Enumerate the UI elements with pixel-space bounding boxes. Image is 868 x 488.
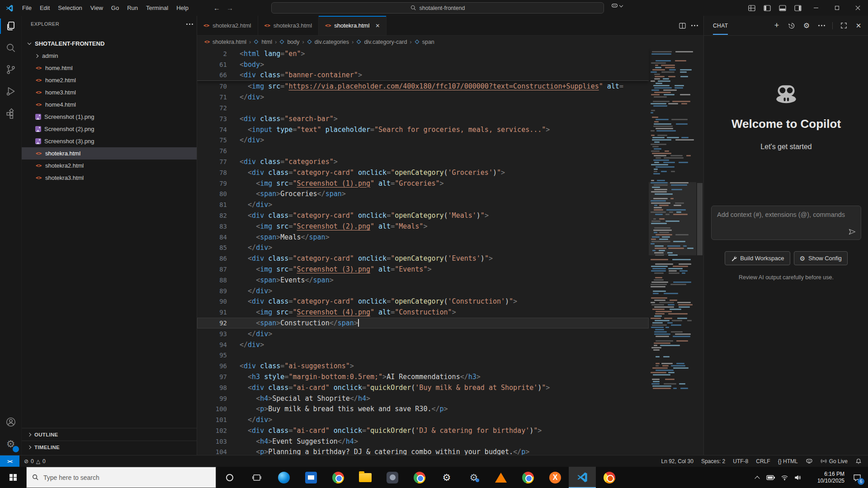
minimize-button[interactable] xyxy=(806,0,826,16)
grey-app-icon[interactable] xyxy=(379,467,406,488)
edge-icon[interactable] xyxy=(270,467,297,488)
code-line[interactable]: 70 <img src="https://via.placeholder.com… xyxy=(197,81,649,92)
file-tree-row[interactable]: <> home2.html xyxy=(22,74,197,86)
file-tree-row[interactable]: <> home4.html xyxy=(22,99,197,111)
volume-icon[interactable] xyxy=(791,467,805,488)
code-line[interactable]: 94 </div> xyxy=(197,339,649,350)
menu-selection[interactable]: Selection xyxy=(54,0,86,16)
sticky-line[interactable]: 61 <body> xyxy=(197,59,649,70)
extensions-activity-icon[interactable] xyxy=(0,103,22,123)
action-center-icon[interactable]: 6 xyxy=(846,467,868,488)
copilot-status-icon[interactable] xyxy=(806,459,813,464)
timeline-section[interactable]: TIMELINE xyxy=(22,441,197,453)
maximize-panel-icon[interactable] xyxy=(840,22,848,30)
browser-app-icon[interactable] xyxy=(596,467,623,488)
code-line[interactable]: 78 <div class="category-card" onclick="o… xyxy=(197,167,649,178)
root-folder-row[interactable]: SHOTALENT-FRONTEND xyxy=(22,38,197,50)
explorer-more-actions-icon[interactable] xyxy=(189,23,190,25)
code-line[interactable]: 87 <img src="Screenshot (3).png" alt="Ev… xyxy=(197,264,649,275)
code-line[interactable]: 100 <p>Buy milk & bread this week and sa… xyxy=(197,404,649,414)
taskbar-search[interactable] xyxy=(26,467,216,488)
menu-help[interactable]: Help xyxy=(172,0,193,16)
toggle-sidebar-icon[interactable] xyxy=(760,0,775,16)
close-panel-icon[interactable]: ✕ xyxy=(854,22,863,30)
toggle-panel-icon[interactable] xyxy=(775,0,790,16)
code-line[interactable]: 90 <div class="category-card" onclick="o… xyxy=(197,296,649,307)
code-line[interactable]: 75 </div> xyxy=(197,135,649,145)
file-tree-row[interactable]: <> shotekra.html xyxy=(22,147,197,160)
notifications-bell-icon[interactable] xyxy=(855,458,862,465)
menu-file[interactable]: File xyxy=(18,0,36,16)
file-tree-row[interactable]: <> shotekra3.html xyxy=(22,172,197,184)
eol-sequence[interactable]: CRLF xyxy=(756,458,770,465)
cursor-position[interactable]: Ln 92, Col 30 xyxy=(661,458,693,465)
chat-history-icon[interactable] xyxy=(788,22,796,30)
xampp-icon[interactable]: X xyxy=(542,467,569,488)
customize-layout-icon[interactable] xyxy=(744,0,760,16)
code-line[interactable]: 74 <input type="text" placeholder="Searc… xyxy=(197,124,649,135)
search-activity-icon[interactable] xyxy=(0,38,22,58)
code-line[interactable]: 99 <h4>Special at Shoprite</h4> xyxy=(197,393,649,404)
vertical-scrollbar[interactable] xyxy=(696,48,703,455)
sticky-line[interactable]: 2 <html lang="en"> xyxy=(197,48,649,59)
wifi-icon[interactable] xyxy=(778,467,791,488)
new-chat-icon[interactable]: + xyxy=(773,22,781,30)
clock[interactable]: 6:16 PM 10/10/2025 xyxy=(805,471,846,484)
source-control-activity-icon[interactable] xyxy=(0,59,22,80)
file-tree-row[interactable]: <> home3.html xyxy=(22,86,197,99)
menu-go[interactable]: Go xyxy=(107,0,123,16)
file-tree-row[interactable]: <> shotekra2.html xyxy=(22,160,197,172)
code-line[interactable]: 71 </div> xyxy=(197,92,649,103)
chrome-icon[interactable] xyxy=(325,467,352,488)
code-line[interactable]: 77 <div class="categories"> xyxy=(197,156,649,167)
code-line[interactable]: 93 </div> xyxy=(197,328,649,339)
start-button[interactable] xyxy=(0,467,26,488)
cortana-icon[interactable] xyxy=(216,467,243,488)
code-line[interactable]: 101 </div> xyxy=(197,414,649,425)
problems-indicator[interactable]: ⊘ 0 △ 0 xyxy=(24,458,46,465)
battery-icon[interactable] xyxy=(764,467,778,488)
code-line[interactable]: 85 </div> xyxy=(197,242,649,253)
go-live-button[interactable]: Go Live xyxy=(821,458,848,465)
taskbar-search-input[interactable] xyxy=(43,474,197,481)
breadcrumb-item[interactable]: <> div.category-card › xyxy=(356,38,411,45)
code-line[interactable]: 72 xyxy=(197,103,649,113)
editor-tab[interactable]: <> shotekra.html ✕ xyxy=(319,16,387,35)
breadcrumb-item[interactable]: <> div.categories › xyxy=(307,38,354,45)
account-icon[interactable] xyxy=(0,412,22,432)
split-editor-icon[interactable] xyxy=(679,23,686,29)
code-line[interactable]: 83 <img src="Screenshot (2).png" alt="Me… xyxy=(197,221,649,232)
minimap[interactable] xyxy=(649,48,696,455)
file-tree-row[interactable]: <> admin xyxy=(22,50,197,62)
send-icon[interactable] xyxy=(848,228,856,236)
menu-terminal[interactable]: Terminal xyxy=(142,0,172,16)
code-line[interactable]: 88 <span>Events</span> xyxy=(197,275,649,286)
code-line[interactable]: 92 <span>Construction</span> xyxy=(197,318,649,328)
command-center-search[interactable]: shotalent-frontend xyxy=(271,2,604,14)
code-line[interactable]: 81 </div> xyxy=(197,199,649,210)
warning-triangle-app-icon[interactable] xyxy=(487,467,514,488)
code-line[interactable]: 79 <img src="Screenshot (1).png" alt="Gr… xyxy=(197,178,649,189)
file-tree-row[interactable]: <> Screenshot (1).png xyxy=(22,111,197,123)
menu-view[interactable]: View xyxy=(86,0,107,16)
file-tree-row[interactable]: <> Screenshot (3).png xyxy=(22,135,197,147)
settings-alt-icon[interactable]: ⚙ xyxy=(460,467,487,488)
remote-indicator[interactable]: >< xyxy=(0,455,19,467)
chrome-icon-2[interactable] xyxy=(406,467,433,488)
breadcrumb-item[interactable]: <> span xyxy=(415,39,437,45)
code-line[interactable]: 84 <span>Meals</span> xyxy=(197,232,649,243)
code-line[interactable]: 91 <img src="Screenshot (4).png" alt="Co… xyxy=(197,307,649,318)
breadcrumb-item[interactable]: <> shotekra.html › xyxy=(204,38,251,45)
chat-input-box[interactable] xyxy=(711,206,861,240)
close-button[interactable] xyxy=(847,0,868,16)
code-line[interactable]: 103 <h4>Event Suggestion</h4> xyxy=(197,436,649,447)
outline-section[interactable]: OUTLINE xyxy=(22,428,197,441)
file-tree-row[interactable]: <> Screenshot (2).png xyxy=(22,123,197,135)
editor-tab[interactable]: <> shotekra2.html ✕ xyxy=(197,16,258,35)
explorer-activity-icon[interactable] xyxy=(0,16,22,37)
code-line[interactable]: 95 xyxy=(197,350,649,361)
encoding[interactable]: UTF-8 xyxy=(733,458,748,465)
sticky-line[interactable]: 66 <div class="banner-container"> xyxy=(197,70,649,81)
mail-app-icon[interactable] xyxy=(297,467,325,488)
tab-close-icon[interactable]: ✕ xyxy=(375,23,380,29)
